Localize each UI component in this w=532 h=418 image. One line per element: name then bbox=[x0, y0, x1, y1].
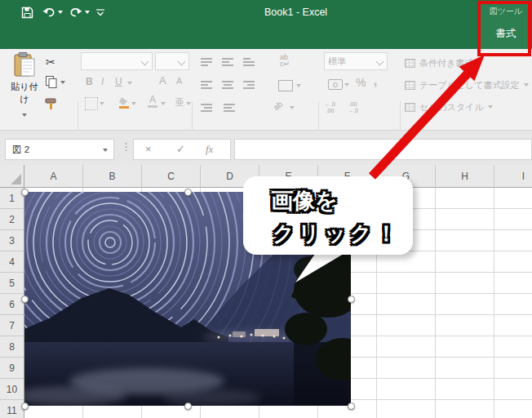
customize-qat-button[interactable] bbox=[96, 6, 104, 19]
insert-function-button[interactable]: fx bbox=[206, 143, 213, 156]
name-box[interactable]: 図 2 bbox=[5, 139, 114, 160]
cell-styles-button[interactable]: セルのスタイル bbox=[405, 100, 493, 114]
wrap-text-button[interactable]: abc↵ bbox=[280, 54, 290, 67]
format-painter-button[interactable] bbox=[45, 98, 57, 113]
align-left-button[interactable] bbox=[201, 81, 212, 89]
number-format-value: 標準 bbox=[328, 56, 346, 66]
shrink-font-button[interactable]: A bbox=[176, 76, 182, 86]
phonetic-button[interactable]: 亜 bbox=[175, 96, 184, 109]
column-header-h[interactable]: H bbox=[436, 165, 494, 188]
undo-button[interactable] bbox=[42, 6, 63, 19]
format-as-table-label: テーブルとして書式設定 bbox=[419, 79, 520, 91]
title-bar: Book1 - Excel bbox=[0, 0, 532, 24]
align-top-button[interactable] bbox=[201, 58, 212, 66]
select-all-button[interactable] bbox=[0, 165, 24, 188]
currency-dropdown-icon[interactable] bbox=[344, 83, 349, 87]
phonetic-dropdown-icon[interactable] bbox=[186, 102, 191, 105]
underline-dropdown-icon[interactable] bbox=[127, 82, 132, 85]
name-box-dropdown-icon[interactable] bbox=[103, 149, 108, 152]
font-color-button[interactable]: A bbox=[148, 95, 157, 108]
align-center-button[interactable] bbox=[222, 81, 233, 89]
font-group: B I U A A A 亜 フォント bbox=[78, 49, 192, 127]
selection-handle-top-left[interactable] bbox=[21, 189, 29, 196]
selection-handle-middle-right[interactable] bbox=[348, 296, 355, 303]
increase-decimal-button[interactable]: ←.0 .00 bbox=[325, 101, 335, 114]
column-header-i[interactable]: I bbox=[494, 165, 532, 188]
format-as-table-button[interactable]: テーブルとして書式設定 bbox=[405, 78, 529, 92]
ribbon: 貼り付け ✂ クリップボード B I U A A bbox=[0, 49, 532, 131]
font-color-bar bbox=[148, 105, 157, 108]
customize-qat-icon bbox=[96, 9, 104, 16]
font-size-combo[interactable] bbox=[155, 52, 189, 70]
align-bottom-button[interactable] bbox=[243, 58, 255, 66]
chevron-down-icon bbox=[141, 58, 149, 66]
borders-dropdown-icon[interactable] bbox=[100, 102, 104, 105]
ribbon-tab-row: ファイル ホーム 挿入 ページ レイアウト 数式 データ 校閲 表示 開発 ヘル… bbox=[0, 24, 532, 49]
cell-styles-label: セルのスタイル bbox=[419, 101, 484, 113]
row-header-4[interactable]: 4 bbox=[0, 251, 24, 273]
font-color-letter: A bbox=[148, 95, 157, 104]
copy-button[interactable] bbox=[46, 76, 65, 88]
increase-decimal-top: ←.0 bbox=[325, 101, 335, 108]
excel-window: Book1 - Excel ファイル ホーム 挿入 ページ レイアウト 数式 デ… bbox=[0, 0, 532, 418]
row-header-11[interactable]: 11 bbox=[0, 400, 24, 418]
selection-handle-bottom-left[interactable] bbox=[21, 402, 29, 410]
increase-indent-button[interactable] bbox=[224, 104, 235, 112]
redo-button[interactable] bbox=[69, 6, 90, 19]
underline-button[interactable]: U bbox=[115, 76, 122, 87]
row-header-8[interactable]: 8 bbox=[0, 336, 24, 358]
bold-button[interactable]: B bbox=[86, 76, 93, 87]
grow-font-button[interactable]: A bbox=[159, 74, 166, 87]
callout-tail bbox=[290, 250, 349, 284]
callout-line2: クリック！ bbox=[273, 220, 413, 248]
copy-icon bbox=[46, 76, 57, 88]
column-header-a[interactable]: A bbox=[24, 165, 83, 188]
window-title: Book1 - Excel bbox=[264, 0, 327, 24]
formula-input[interactable] bbox=[234, 139, 532, 160]
column-header-c[interactable]: C bbox=[142, 165, 201, 188]
redo-dropdown-icon[interactable] bbox=[85, 11, 90, 14]
comma-style-button[interactable]: , bbox=[374, 73, 377, 87]
cancel-button[interactable]: × bbox=[145, 143, 152, 155]
italic-button[interactable]: I bbox=[101, 76, 104, 87]
row-header-7[interactable]: 7 bbox=[0, 315, 24, 336]
styles-group: 条件付き書式 テーブルとして書式設定 セルのスタイル スタイル bbox=[400, 49, 532, 127]
save-button[interactable] bbox=[21, 6, 33, 19]
increase-decimal-bottom: .00 bbox=[325, 108, 335, 114]
cut-button[interactable]: ✂ bbox=[46, 56, 55, 69]
currency-button[interactable] bbox=[328, 79, 343, 90]
font-name-combo[interactable] bbox=[81, 52, 153, 70]
conditional-formatting-button[interactable]: 条件付き書式 bbox=[405, 56, 482, 70]
selection-handle-middle-left[interactable] bbox=[21, 296, 29, 303]
row-header-5[interactable]: 5 bbox=[0, 273, 24, 294]
row-header-3[interactable]: 3 bbox=[0, 230, 24, 251]
paste-dropdown-icon[interactable] bbox=[22, 113, 27, 117]
borders-button[interactable] bbox=[85, 97, 98, 110]
number-format-combo[interactable]: 標準 bbox=[324, 52, 388, 70]
orientation-button[interactable]: ab bbox=[272, 100, 285, 113]
decrease-indent-button[interactable] bbox=[201, 104, 212, 112]
formula-bar-splitter[interactable]: ⋮ bbox=[121, 140, 131, 153]
row-header-2[interactable]: 2 bbox=[0, 209, 24, 230]
formula-buttons: × ✓ fx bbox=[133, 139, 231, 160]
selection-handle-top-center[interactable] bbox=[184, 189, 192, 196]
enter-button[interactable]: ✓ bbox=[176, 143, 185, 155]
decrease-decimal-button[interactable]: .00 →.0 bbox=[348, 101, 358, 114]
align-right-button[interactable] bbox=[243, 81, 255, 89]
paste-button[interactable]: 貼り付け bbox=[7, 52, 42, 114]
row-header-9[interactable]: 9 bbox=[0, 358, 24, 379]
align-middle-button[interactable] bbox=[222, 58, 233, 66]
font-color-dropdown-icon[interactable] bbox=[161, 102, 166, 105]
fill-color-button[interactable] bbox=[118, 96, 130, 112]
selection-handle-bottom-center[interactable] bbox=[184, 402, 192, 410]
row-header-10[interactable]: 10 bbox=[0, 379, 24, 400]
selection-handle-bottom-right[interactable] bbox=[348, 402, 355, 410]
format-as-table-icon bbox=[405, 81, 415, 90]
undo-dropdown-icon[interactable] bbox=[58, 11, 63, 14]
percent-style-button[interactable]: % bbox=[356, 76, 366, 89]
column-header-b[interactable]: B bbox=[83, 165, 142, 188]
merge-center-dropdown-icon[interactable] bbox=[296, 84, 301, 87]
orientation-dropdown-icon[interactable] bbox=[290, 106, 295, 109]
fill-color-dropdown-icon[interactable] bbox=[131, 102, 136, 105]
merge-center-button[interactable] bbox=[278, 80, 293, 91]
